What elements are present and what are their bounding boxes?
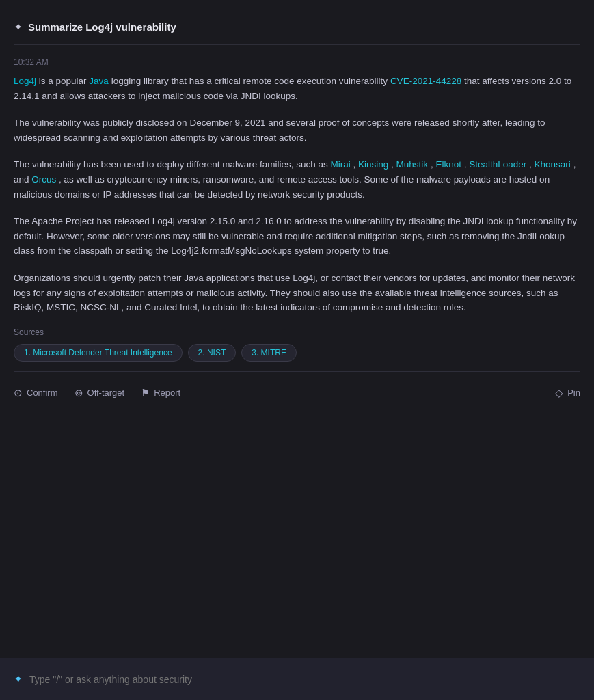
confirm-label: Confirm [27, 388, 58, 398]
pin-button[interactable]: Pin [555, 387, 580, 399]
report-button[interactable]: Report [141, 387, 180, 399]
sparkle-icon: ✦ [14, 21, 23, 33]
footer-sparkle-icon: ✦ [14, 673, 23, 686]
paragraph-3: The vulnerability has been used to deplo… [14, 157, 580, 202]
muhstik-link[interactable]: Muhstik [396, 159, 429, 170]
timestamp: 10:32 AM [14, 57, 580, 67]
header-title: Summarize Log4j vulnerability [28, 21, 176, 33]
source-btn-3[interactable]: 3. MITRE [241, 344, 297, 362]
paragraph-4: The Apache Project has released Log4j ve… [14, 214, 580, 258]
log4j-link[interactable]: Log4j [14, 76, 36, 86]
header: ✦ Summarize Log4j vulnerability [14, 11, 580, 45]
source-btn-1[interactable]: 1. Microsoft Defender Threat Intelligenc… [14, 344, 183, 362]
sources-section: Sources 1. Microsoft Defender Threat Int… [14, 327, 580, 362]
paragraph-1: Log4j is a popular Java logging library … [14, 74, 580, 103]
footer-search-input[interactable] [29, 674, 580, 685]
main-container: ✦ Summarize Log4j vulnerability 10:32 AM… [0, 0, 594, 658]
source-btn-2[interactable]: 2. NIST [188, 344, 237, 362]
sources-label: Sources [14, 327, 580, 337]
pin-icon [555, 387, 563, 399]
action-group-left: Confirm Off-target Report [14, 387, 180, 399]
kinsing-link[interactable]: Kinsing [358, 159, 388, 170]
offtarget-button[interactable]: Off-target [75, 387, 125, 399]
confirm-icon [14, 387, 23, 399]
cve-link[interactable]: CVE-2021-44228 [390, 76, 461, 86]
action-group-right: Pin [555, 387, 580, 399]
action-bar: Confirm Off-target Report Pin [14, 377, 580, 409]
pin-label: Pin [567, 388, 580, 398]
report-label: Report [154, 388, 180, 398]
elknot-link[interactable]: Elknot [435, 159, 461, 170]
mirai-link[interactable]: Mirai [331, 159, 351, 170]
java-link[interactable]: Java [89, 76, 109, 86]
report-icon [141, 387, 150, 399]
orcus-link[interactable]: Orcus [31, 174, 56, 185]
paragraph-5: Organizations should urgently patch thei… [14, 271, 580, 315]
offtarget-label: Off-target [87, 388, 125, 398]
divider [14, 371, 580, 372]
footer-input-area: ✦ [0, 658, 594, 700]
offtarget-icon [75, 387, 83, 399]
sources-buttons: 1. Microsoft Defender Threat Intelligenc… [14, 344, 580, 362]
paragraph-2: The vulnerability was publicly disclosed… [14, 116, 580, 145]
confirm-button[interactable]: Confirm [14, 387, 58, 399]
content-area: Log4j is a popular Java logging library … [14, 74, 580, 658]
stealthloader-link[interactable]: StealthLoader [469, 159, 526, 170]
khonsari-link[interactable]: Khonsari [535, 159, 571, 170]
